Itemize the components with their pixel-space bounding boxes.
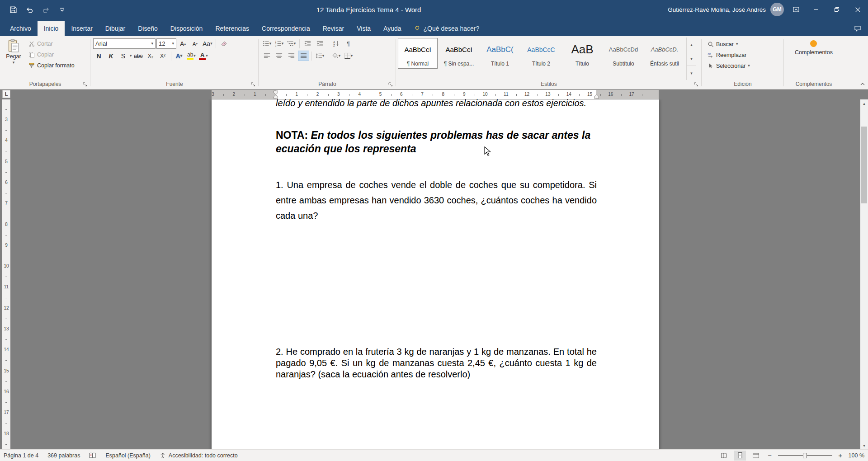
save-button[interactable] [5, 2, 21, 17]
underline-button[interactable]: S [118, 51, 129, 61]
highlight-button[interactable]: ab ▾ [186, 51, 197, 61]
show-paragraph-marks-button[interactable]: ¶ [343, 38, 354, 49]
font-dialog-launcher[interactable] [250, 82, 256, 87]
horizontal-ruler[interactable]: 3211234567891011121314151617 [212, 90, 659, 99]
line-spacing-button[interactable]: ▾ [314, 51, 326, 61]
proofing-status[interactable] [89, 452, 96, 459]
print-layout-button[interactable] [734, 451, 746, 461]
style-titulo-1[interactable]: AaBbC( Título 1 [480, 38, 520, 69]
shading-button[interactable]: ▾ [330, 51, 342, 61]
clear-formatting-button[interactable] [218, 38, 230, 49]
paste-button[interactable]: Pegar ▾ [1, 38, 26, 80]
styles-dialog-launcher[interactable] [693, 82, 699, 87]
scrollbar-thumb[interactable] [861, 127, 867, 203]
style-enfasis-sutil[interactable]: AaBbCcD. Énfasis sutil [645, 38, 684, 69]
zoom-out-button[interactable]: − [766, 452, 774, 459]
tab-archivo[interactable]: Archivo [4, 21, 38, 36]
zoom-level[interactable]: 100 % [849, 452, 864, 459]
indent-marker-right[interactable] [594, 94, 599, 99]
grow-font-button[interactable]: A▴ [177, 38, 189, 49]
vertical-ruler[interactable]: 3456789101112131415161718 [2, 99, 10, 449]
find-button[interactable]: Buscar ▾ [705, 39, 780, 49]
increase-indent-button[interactable] [314, 38, 326, 49]
undo-button[interactable] [22, 2, 37, 17]
tab-insertar[interactable]: Insertar [65, 21, 99, 36]
tab-disposicion[interactable]: Disposición [164, 21, 209, 36]
indent-marker-left[interactable] [273, 90, 279, 99]
underline-caret-icon[interactable]: ▾ [130, 54, 132, 58]
font-family-combo[interactable]: Arial ▾ [93, 38, 156, 49]
numbering-button[interactable]: 123 ▾ [274, 38, 285, 49]
strikethrough-button[interactable]: abe [133, 51, 144, 61]
tab-dibujar[interactable]: Dibujar [99, 21, 132, 36]
language-indicator[interactable]: Español (España) [105, 452, 150, 459]
shrink-font-button[interactable]: A▾ [189, 38, 201, 49]
align-right-button[interactable] [286, 51, 297, 61]
document-page[interactable]: leído y entendido la parte de dichos apu… [212, 99, 659, 449]
change-case-button[interactable]: Aa▾ [202, 38, 213, 49]
accessibility-status[interactable]: Accesibilidad: todo correcto [160, 452, 238, 459]
style-titulo-2[interactable]: AaBbCcC Título 2 [521, 38, 561, 69]
cut-button[interactable]: Cortar [26, 38, 77, 49]
sort-button[interactable]: AZ [330, 38, 342, 49]
font-size-combo[interactable]: 12 ▾ [156, 38, 176, 49]
read-mode-button[interactable] [718, 451, 730, 461]
ruler-number: 14 [4, 347, 9, 352]
replace-button[interactable]: ab Reemplazar [705, 50, 780, 60]
tab-correspondencia[interactable]: Correspondencia [255, 21, 316, 36]
ribbon-display-options-button[interactable] [788, 2, 804, 17]
web-layout-button[interactable] [750, 451, 762, 461]
scroll-up-arrow[interactable]: ▴ [860, 99, 868, 107]
styles-scroll-up-button[interactable]: ▴ [687, 38, 696, 52]
copy-button[interactable]: Copiar [26, 49, 77, 60]
italic-button[interactable]: K [105, 51, 117, 61]
subscript-button[interactable]: X₂ [145, 51, 156, 61]
account-name[interactable]: Gutiérrez-Ravé Molina, José Andrés [668, 6, 766, 13]
zoom-slider-thumb[interactable] [803, 453, 807, 458]
align-left-button[interactable] [261, 51, 273, 61]
restore-button[interactable] [826, 0, 847, 19]
styles-gallery-expand-button[interactable]: ▾ [687, 66, 696, 80]
close-button[interactable] [847, 0, 868, 19]
tab-vista[interactable]: Vista [350, 21, 377, 36]
addins-button[interactable]: Complementos [795, 38, 833, 80]
format-painter-button[interactable]: Copiar formato [26, 60, 77, 71]
select-button[interactable]: Seleccionar ▾ [705, 61, 780, 71]
style-normal[interactable]: AaBbCcI ¶ Normal [398, 38, 438, 69]
text-effects-button[interactable]: A▾ [174, 51, 185, 61]
decrease-indent-button[interactable] [302, 38, 313, 49]
style-titulo[interactable]: AaB Título [562, 38, 602, 69]
tab-ayuda[interactable]: Ayuda [377, 21, 407, 36]
word-count[interactable]: 369 palabras [47, 452, 80, 459]
clipboard-dialog-launcher[interactable] [82, 82, 88, 87]
superscript-button[interactable]: X² [157, 51, 169, 61]
scroll-down-arrow[interactable]: ▾ [860, 442, 868, 449]
page-indicator[interactable]: Página 1 de 4 [4, 452, 38, 459]
align-center-button[interactable] [274, 51, 285, 61]
minimize-button[interactable] [806, 0, 826, 19]
zoom-slider[interactable] [778, 452, 832, 459]
avatar[interactable]: GM [770, 3, 784, 16]
tab-stop-selector[interactable]: L [2, 90, 10, 98]
style-subtitulo[interactable]: AaBbCcDd Subtítulo [604, 38, 643, 69]
comments-button[interactable] [850, 21, 865, 36]
paragraph-dialog-launcher[interactable] [388, 82, 393, 87]
tab-referencias[interactable]: Referencias [209, 21, 255, 36]
font-color-button[interactable]: A ▾ [198, 51, 209, 61]
bullets-button[interactable]: ▾ [261, 38, 273, 49]
tell-me-box[interactable]: ¿Qué desea hacer? [408, 21, 486, 36]
styles-scroll-down-button[interactable]: ▾ [687, 52, 696, 66]
multilevel-list-button[interactable]: ▾ [286, 38, 297, 49]
tab-inicio[interactable]: Inicio [38, 21, 65, 36]
borders-button[interactable]: ▾ [343, 51, 354, 61]
justify-button[interactable] [298, 51, 309, 61]
collapse-ribbon-button[interactable] [860, 81, 865, 88]
bold-button[interactable]: N [93, 51, 104, 61]
style-sin-espaciado[interactable]: AaBbCcI ¶ Sin espa... [439, 38, 479, 69]
customize-qat-button[interactable] [54, 2, 70, 17]
tab-diseno[interactable]: Diseño [132, 21, 164, 36]
zoom-in-button[interactable]: + [836, 452, 844, 459]
redo-button[interactable] [38, 2, 53, 17]
vertical-scrollbar[interactable]: ▴ ▾ [860, 99, 868, 449]
tab-revisar[interactable]: Revisar [316, 21, 350, 36]
